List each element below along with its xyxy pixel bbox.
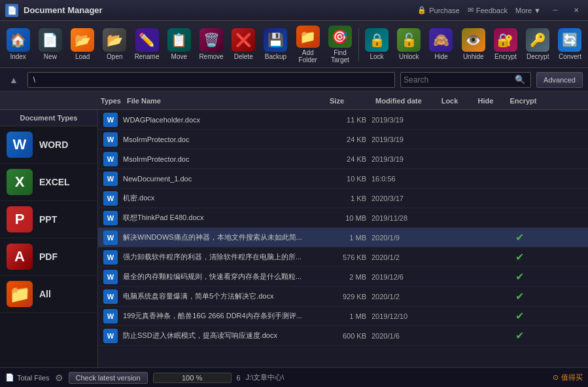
table-row[interactable]: W 解决WINDOWS痛点的神器，本地文件搜索从未如此简... 1 MB 202… [98,228,588,248]
more-button[interactable]: More ▼ [515,7,541,14]
toolbar-icon-findtarget: 🎯 [328,26,352,48]
file-modified: 16:0:56 [369,175,428,183]
sidebar-item-all[interactable]: 📁 All [0,276,97,313]
toolbar-btn-findtarget[interactable]: 🎯 Find Target [324,23,355,66]
advanced-button[interactable]: Advanced [536,72,583,88]
search-input[interactable] [404,75,515,84]
toolbar-btn-index[interactable]: 🏠 Index [3,23,33,66]
doctype-icon-ppt: P [7,206,33,232]
toolbar-btn-decrypt[interactable]: 🔑 Decrypt [523,23,553,66]
toolbar-btn-lock[interactable]: 🔒 Lock [361,23,392,66]
file-modified: 2019/3/19 [369,116,428,124]
toolbar-btn-open[interactable]: 📂 Open [99,23,130,66]
sidebar-item-ppt[interactable]: P PPT [0,201,97,238]
search-box: 🔍 [400,72,531,88]
word-icon: W [103,211,118,225]
toolbar-btn-rename[interactable]: ✏️ Rename [131,23,162,66]
table-row[interactable]: W NewDocument_1.doc 10 KB 16:0:56 [98,169,588,189]
toolbar-btn-encrypt[interactable]: 🔐 Encrypt [490,23,521,66]
toolbar-btn-load[interactable]: 📂 Load [67,23,97,66]
sidebar-item-pdf[interactable]: A PDF [0,238,97,276]
check-version-button[interactable]: Check latest version [69,372,148,384]
toolbar-icon-open: 📂 [103,28,126,52]
file-name: MsoIrmProtector.doc [120,136,323,143]
toolbar: 🏠 Index 📄 New 📂 Load 📂 Open ✏️ Rename [0,21,588,68]
file-modified: 2019/3/19 [369,136,428,143]
encrypt-check: ✔ [515,251,524,263]
close-button[interactable]: ✕ [570,5,583,16]
toolbar-label-decrypt: Decrypt [527,53,549,60]
toolbar-icon-encrypt: 🔐 [494,28,517,52]
file-type-icon: W [101,211,120,225]
toolbar-btn-delete[interactable]: ❌ Delete [228,23,259,66]
toolbar-icon-delete: ❌ [232,28,255,52]
file-size: 10 KB [323,175,369,183]
table-row[interactable]: W MsoIrmProtector.doc 24 KB 2019/3/19 [98,130,588,149]
toolbar-label-delete: Delete [234,53,253,60]
path-input[interactable] [27,72,395,88]
table-row[interactable]: W 强力卸载软件程序的利器，清除软件程序在电脑上的所... 576 KB 202… [98,248,588,267]
toolbar-btn-addfolder[interactable]: 📁 Add Folder [292,23,323,66]
toolbar-btn-hide[interactable]: 🙈 Hide [426,23,457,66]
table-row[interactable]: W 联想ThinkPad E480.docx 10 MB 2019/11/28 [98,208,588,228]
sidebar-item-word[interactable]: W WORD [0,126,97,164]
file-name: 最全的内存颗粒编码规则，快速看穿内存条是什么颗粒... [120,272,323,282]
file-size: 576 KB [323,253,369,261]
purchase-link[interactable]: 🔒 Purchase [417,6,459,14]
file-encrypt-status: ✔ [500,310,539,322]
doctype-label-pdf: PDF [39,251,58,262]
file-modified: 2020/3/17 [369,194,428,202]
toolbar-separator-1 [358,28,359,61]
app-title: Document Manager [24,5,417,15]
current-path: J:\文章中心\ [246,373,285,382]
file-modified: 2019/12/10 [369,312,428,320]
back-button[interactable]: ▲ [5,73,22,86]
sidebar-item-excel[interactable]: X EXCEL [0,164,97,201]
file-list[interactable]: W WDAGPlaceholder.docx 11 KB 2019/3/19 W… [98,110,588,367]
watermark: ⊙ 值得买 [553,373,583,382]
file-name: 电脑系统盘容量爆满，简单5个方法解决它.docx [120,291,323,301]
toolbar-label-unlock: Unlock [399,53,419,60]
file-type-icon: W [101,152,120,166]
toolbar-btn-unlock[interactable]: 🔓 Unlock [394,23,424,66]
table-row[interactable]: W 防止SSD进入休眠模式，提高读写响应速度.docx 600 KB 2020/… [98,326,588,346]
search-icon[interactable]: 🔍 [515,75,525,84]
toolbar-icon-remove: 🗑️ [199,28,223,52]
col-encrypt: Encrypt [504,97,543,105]
toolbar-btn-move[interactable]: 📋 Move [164,23,194,66]
toolbar-icon-convert: 🔄 [558,28,581,52]
toolbar-label-encrypt: Encrypt [494,53,517,60]
encrypt-check: ✔ [515,290,524,303]
toolbar-btn-new[interactable]: 📄 New [35,23,65,66]
encrypt-check: ✔ [515,310,524,322]
table-row[interactable]: W 电脑系统盘容量爆满，简单5个方法解决它.docx 929 KB 2020/1… [98,287,588,306]
toolbar-icon-backup: 💾 [264,28,287,52]
word-icon: W [103,113,118,127]
minimize-button[interactable]: ─ [549,5,562,16]
table-row[interactable]: W 机密.docx 1 KB 2020/3/17 [98,189,588,208]
toolbar-icon-load: 📂 [71,28,94,52]
word-icon: W [103,132,118,147]
file-modified: 2020/1/2 [369,253,428,261]
toolbar-btn-remove[interactable]: 🗑️ Remove [196,23,226,66]
word-icon: W [103,152,118,166]
toolbar-icon-move: 📋 [167,28,191,52]
file-encrypt-status: ✔ [500,251,539,263]
feedback-link[interactable]: ✉ Feedback [468,6,508,14]
col-modified: Modified date [373,97,432,105]
file-modified: 2020/1/2 [369,293,428,301]
main-layout: Document Types W WORD X EXCEL P PPT A PD… [0,110,588,367]
table-row[interactable]: W MsoIrmProtector.doc 24 KB 2019/3/19 [98,149,588,169]
toolbar-btn-convert[interactable]: 🔄 Convert [555,23,585,66]
file-type-icon: W [101,250,120,265]
encrypt-check: ✔ [515,270,524,283]
files-icon: 📄 [5,373,14,382]
table-row[interactable]: W 最全的内存颗粒编码规则，快速看穿内存条是什么颗粒... 2 MB 2019/… [98,267,588,287]
toolbar-btn-backup[interactable]: 💾 Backup [260,23,291,66]
table-row[interactable]: W WDAGPlaceholder.docx 11 KB 2019/3/19 [98,110,588,130]
toolbar-btn-unhide[interactable]: 👁️ Unhide [458,23,489,66]
toolbar-label-hide: Hide [434,53,448,60]
table-row[interactable]: W 199元真香神条，酷兽16G 2666 DDR4内存条到手测评... 1 M… [98,306,588,326]
settings-icon[interactable]: ⚙ [55,373,63,383]
status-bar: 📄 Total Files ⚙ Check latest version 100… [0,367,588,387]
